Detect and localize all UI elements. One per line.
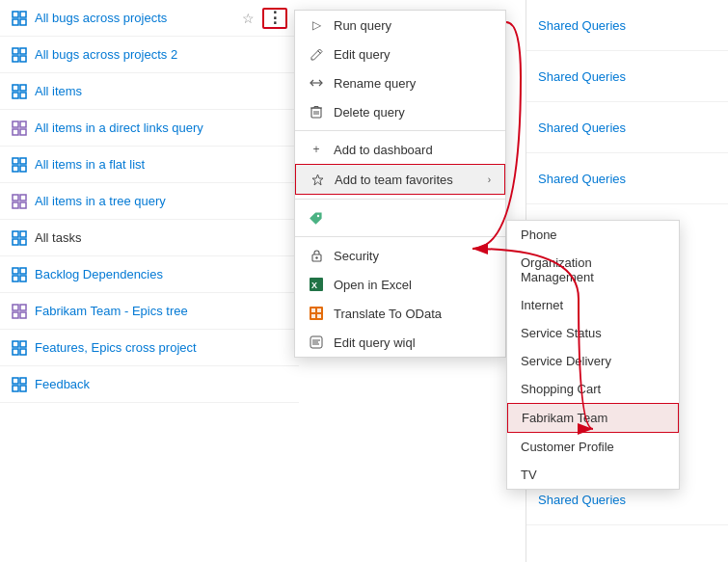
shared-queries-row[interactable]: Shared Queries [526,102,728,153]
submenu-item-internet[interactable]: Internet [507,291,679,319]
svg-rect-36 [13,341,18,347]
menu-item-label: Add to team favorites [335,173,453,187]
delete-icon [309,104,324,120]
grid-icon [12,304,27,319]
query-label[interactable]: All bugs across projects 2 [35,47,177,62]
submenu-item-phone[interactable]: Phone [507,221,679,249]
submenu-item-tv[interactable]: TV [507,461,679,489]
edit-icon [309,46,324,62]
menu-item-edit-wiql[interactable]: Edit query wiql [295,328,505,357]
submenu-item-shopping-cart[interactable]: Shopping Cart [507,375,679,403]
query-label[interactable]: All items in a direct links query [35,120,203,135]
query-label[interactable]: All tasks [35,230,81,245]
menu-item-translate-odata[interactable]: Translate To OData [295,299,505,328]
menu-item-label: Edit query wiql [334,335,416,350]
list-item: All items in a tree query [0,183,299,220]
svg-rect-8 [13,85,18,91]
team-favorites-submenu: Phone Organization Management Internet S… [506,220,680,490]
grid-icon [12,230,27,246]
shared-queries-label: Shared Queries [538,172,626,186]
context-menu: ▷ Run query Edit query Rename query Dele… [294,10,506,358]
menu-item-run-query[interactable]: ▷ Run query [295,11,505,40]
query-label[interactable]: Feedback [35,377,90,391]
menu-item-security[interactable]: Security [295,241,505,270]
menu-item-rename-query[interactable]: Rename query [295,68,505,97]
svg-rect-39 [20,349,26,355]
svg-rect-34 [13,312,18,318]
query-label[interactable]: All items in a tree query [35,194,166,208]
list-item: Feedback [0,366,299,403]
list-item: Fabrikam Team - Epics tree [0,293,299,330]
rename-icon [309,75,324,91]
svg-rect-33 [20,305,26,310]
svg-rect-43 [20,386,26,391]
submenu-item-label: Fabrikam Team [522,411,607,425]
menu-item-tag[interactable] [295,203,505,232]
svg-point-54 [315,256,317,258]
list-item: Features, Epics cross project [0,330,299,366]
menu-item-label: Run query [334,18,391,33]
submenu-item-label: TV [521,468,537,482]
svg-rect-6 [13,56,18,62]
svg-rect-61 [317,314,321,318]
odata-icon [309,306,324,321]
submenu-item-label: Service Status [521,326,602,340]
list-item: Backlog Dependencies [0,256,299,293]
svg-rect-59 [317,308,321,312]
menu-item-add-dashboard[interactable]: + Add to dashboard [295,135,505,164]
divider [295,130,505,131]
star-icon [310,172,325,187]
submenu-item-label: Organization Management [521,255,665,284]
svg-rect-31 [20,276,26,281]
shared-queries-row[interactable]: Shared Queries [526,0,728,51]
grid-icon [12,377,27,392]
svg-rect-32 [13,305,18,310]
menu-item-delete-query[interactable]: Delete query [295,97,505,126]
shared-queries-label: Shared Queries [538,18,626,33]
submenu-item-customer-profile[interactable]: Customer Profile [507,433,679,461]
query-label[interactable]: All bugs across projects [35,11,167,25]
grid-icon [12,84,27,99]
submenu-item-service-delivery[interactable]: Service Delivery [507,347,679,375]
submenu-item-fabrikam-team[interactable]: Fabrikam Team [507,403,679,433]
list-item: All items [0,73,299,110]
svg-rect-1 [20,12,26,17]
menu-item-open-excel[interactable]: X Open in Excel [295,270,505,299]
favorite-button[interactable]: ☆ [242,11,255,26]
shared-queries-row[interactable]: Shared Queries [526,51,728,102]
submenu-item-label: Service Delivery [521,354,611,368]
svg-rect-2 [13,19,18,25]
submenu-item-label: Shopping Cart [521,382,601,396]
query-label[interactable]: All items [35,84,82,98]
query-label[interactable]: Fabrikam Team - Epics tree [35,304,188,318]
menu-item-add-team-favorites[interactable]: Add to team favorites › [295,164,505,195]
excel-icon: X [309,277,324,292]
query-label[interactable]: Backlog Dependencies [35,267,163,281]
svg-rect-5 [20,48,26,54]
list-item: All items in a direct links query [0,110,299,147]
grid-icon [12,267,27,282]
svg-rect-58 [311,308,315,312]
svg-rect-27 [20,239,26,245]
svg-rect-17 [20,158,26,164]
menu-item-edit-query[interactable]: Edit query [295,40,505,68]
svg-line-44 [317,50,320,53]
svg-rect-7 [20,56,26,62]
add-icon: + [309,142,324,157]
svg-rect-0 [13,12,18,17]
grid-icon [12,194,27,209]
menu-item-label: Add to dashboard [334,143,433,157]
list-item: All tasks [0,220,299,256]
svg-text:X: X [311,281,317,290]
shared-queries-row[interactable]: Shared Queries [526,153,728,204]
svg-rect-11 [20,93,26,98]
more-options-button[interactable]: ⋮ [262,8,287,29]
list-item: All items in a flat list [0,147,299,183]
query-label[interactable]: All items in a flat list [35,157,145,172]
svg-rect-10 [13,93,18,98]
submenu-item-org-mgmt[interactable]: Organization Management [507,249,679,291]
submenu-item-service-status[interactable]: Service Status [507,319,679,347]
lock-icon [309,248,324,263]
query-label[interactable]: Features, Epics cross project [35,340,197,355]
svg-rect-26 [13,239,18,245]
